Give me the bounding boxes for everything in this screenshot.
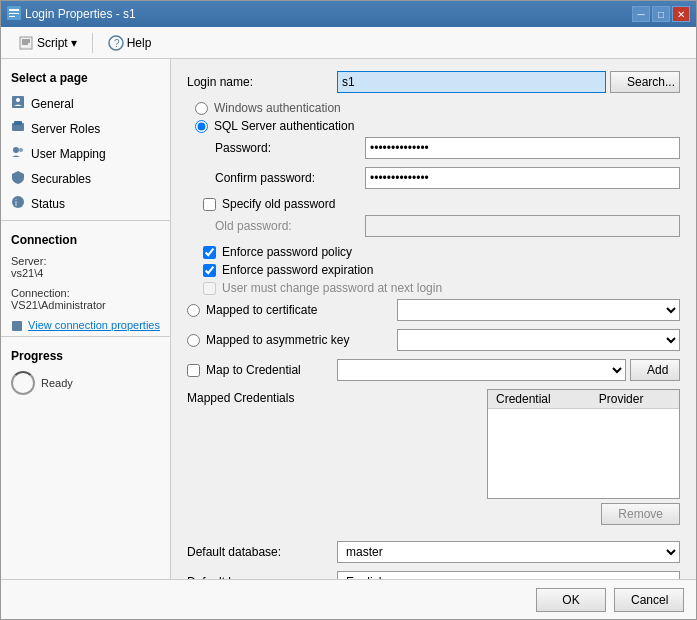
remove-credential-button[interactable]: Remove [601,503,680,525]
script-dropdown-icon: ▾ [71,36,77,50]
user-must-change-checkbox[interactable] [203,282,216,295]
default-language-row: Default language: English [187,571,680,579]
mapped-key-select[interactable] [397,329,680,351]
sidebar-item-user-mapping[interactable]: User Mapping [1,141,170,166]
ready-label: Ready [41,377,73,389]
enforce-expiration-label: Enforce password expiration [222,263,373,277]
progress-section-label: Progress [1,336,170,367]
windows-auth-label: Windows authentication [214,101,341,115]
credential-table-container: Credential Provider [487,389,680,499]
search-button[interactable]: Search... [610,71,680,93]
specify-old-password-row: Specify old password [187,197,680,211]
user-mapping-icon [11,145,25,162]
login-name-row: Login name: Search... [187,71,680,93]
old-password-label: Old password: [215,219,365,233]
sql-auth-label: SQL Server authentication [214,119,354,133]
svg-rect-2 [9,13,19,14]
sidebar-item-status[interactable]: i Status [1,191,170,216]
sql-auth-radio[interactable] [195,120,208,133]
progress-area: Ready [1,367,170,399]
credential-table-wrapper: Credential Provider Remove [337,389,680,533]
svg-point-11 [16,98,20,102]
server-info: Server: vs21\4 [1,251,170,283]
svg-rect-4 [20,37,32,49]
default-language-select[interactable]: English [337,571,680,579]
view-connection-properties-link[interactable]: View connection properties [28,319,160,331]
map-credential-row: Map to Credential Add [187,359,680,381]
mapped-cert-select[interactable] [397,299,680,321]
svg-point-16 [12,196,24,208]
enforce-expiration-checkbox[interactable] [203,264,216,277]
password-input[interactable] [365,137,680,159]
provider-col-header: Provider [591,390,679,409]
svg-text:i: i [15,198,17,208]
specify-old-password-label: Specify old password [222,197,335,211]
mapped-key-label: Mapped to asymmetric key [206,333,349,347]
connection-value: VS21\Administrator [11,299,160,311]
svg-rect-18 [12,321,22,331]
default-database-row: Default database: master [187,541,680,563]
mapped-key-radio-group: Mapped to asymmetric key [187,333,397,347]
user-must-change-row: User must change password at next login [187,281,680,295]
script-label: Script [37,36,68,50]
default-database-label: Default database: [187,545,337,559]
script-button[interactable]: Script ▾ [9,31,86,55]
login-name-label: Login name: [187,75,337,89]
windows-auth-radio[interactable] [195,102,208,115]
specify-old-password-checkbox[interactable] [203,198,216,211]
general-icon [11,95,25,112]
help-icon: ? [108,35,124,51]
help-label: Help [127,36,152,50]
mapped-key-radio[interactable] [187,334,200,347]
svg-rect-1 [9,9,19,11]
minimize-button[interactable]: ─ [632,6,650,22]
status-icon: i [11,195,25,212]
cancel-button[interactable]: Cancel [614,588,684,612]
default-database-select[interactable]: master [337,541,680,563]
svg-text:?: ? [114,38,120,49]
main-window: Login Properties - s1 ─ □ ✕ Script ▾ ? H… [0,0,697,620]
enforce-expiration-row: Enforce password expiration [187,263,680,277]
old-password-row: Old password: [187,215,680,237]
enforce-policy-checkbox[interactable] [203,246,216,259]
toolbar-separator [92,33,93,53]
mapped-cert-label: Mapped to certificate [206,303,317,317]
server-label: Server: [11,255,160,267]
main-form: Login name: Search... Windows authentica… [171,59,696,579]
confirm-password-label: Confirm password: [215,171,365,185]
mapped-cert-radio[interactable] [187,304,200,317]
sidebar-item-status-label: Status [31,197,65,211]
old-password-input[interactable] [365,215,680,237]
view-connection-icon [11,319,28,331]
user-must-change-label: User must change password at next login [222,281,442,295]
help-button[interactable]: ? Help [99,31,161,55]
maximize-button[interactable]: □ [652,6,670,22]
login-name-input[interactable] [337,71,606,93]
sql-auth-row: SQL Server authentication [195,119,680,133]
auth-options: Windows authentication SQL Server authen… [187,101,680,133]
remove-btn-row: Remove [337,503,680,525]
enforce-policy-row: Enforce password policy [187,245,680,259]
svg-rect-13 [14,121,22,125]
connection-info: Connection: VS21\Administrator [1,283,170,315]
confirm-password-row: Confirm password: [187,167,680,189]
sidebar-item-general-label: General [31,97,74,111]
sidebar-item-general[interactable]: General [1,91,170,116]
close-button[interactable]: ✕ [672,6,690,22]
window-icon [7,6,21,23]
securables-icon [11,170,25,187]
connection-label: Connection: [11,287,160,299]
sidebar-item-server-roles[interactable]: Server Roles [1,116,170,141]
sidebar-item-securables[interactable]: Securables [1,166,170,191]
sidebar: Select a page General Server Roles User … [1,59,171,579]
windows-auth-row: Windows authentication [195,101,680,115]
ok-button[interactable]: OK [536,588,606,612]
map-credential-select[interactable] [337,359,626,381]
map-credential-checkbox[interactable] [187,364,200,377]
add-credential-button[interactable]: Add [630,359,680,381]
svg-rect-3 [9,16,15,17]
mapped-cert-radio-group: Mapped to certificate [187,303,397,317]
title-bar: Login Properties - s1 ─ □ ✕ [1,1,696,27]
confirm-password-input[interactable] [365,167,680,189]
connection-section-label: Connection [1,220,170,251]
